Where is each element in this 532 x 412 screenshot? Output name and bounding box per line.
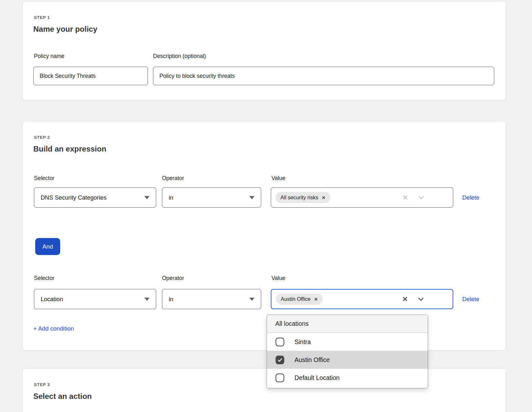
condition2-selector-value: Location <box>41 296 63 303</box>
step1-card: STEP 1 Name your policy Policy name Desc… <box>22 1 506 100</box>
policy-name-label: Policy name <box>34 53 64 60</box>
clear-value-icon[interactable]: ✕ <box>402 194 408 202</box>
option-label: Austin Office <box>294 356 330 364</box>
condition2-selector-dropdown[interactable]: Location <box>34 289 156 309</box>
checkbox-checked-icon[interactable] <box>276 356 284 364</box>
value-tag-label: All security risks <box>280 194 318 201</box>
option-label: Default Location <box>294 374 340 382</box>
option-label: Sintra <box>294 338 311 346</box>
step3-title: Select an action <box>33 392 92 401</box>
chevron-down-icon[interactable] <box>418 194 425 201</box>
step2-label: STEP 2 <box>34 135 50 140</box>
operator-column-label: Operator <box>162 275 261 282</box>
condition1-selector-dropdown[interactable]: DNS Security Categories <box>34 187 156 208</box>
caret-down-icon <box>144 196 149 199</box>
condition1-selector-value: DNS Security Categories <box>41 194 107 201</box>
operator-column-label: Operator <box>162 175 261 182</box>
condition1-value-input[interactable]: All security risks ✕ ✕ <box>271 187 453 208</box>
tag-remove-icon[interactable]: ✕ <box>314 297 318 302</box>
step2-title: Build an expression <box>33 144 106 153</box>
condition1-delete-button[interactable]: Delete <box>462 187 491 208</box>
dropdown-option-austin-office[interactable]: Austin Office <box>267 351 428 369</box>
tag-remove-icon[interactable]: ✕ <box>322 195 326 200</box>
and-button[interactable]: And <box>35 238 60 255</box>
step1-title: Name your policy <box>33 25 97 34</box>
description-label: Description (optional) <box>153 53 206 60</box>
value-column-label: Value <box>271 275 285 282</box>
dropdown-option-all-locations[interactable]: All locations <box>267 315 428 333</box>
selector-column-label: Selector <box>34 275 156 282</box>
step2-card: STEP 2 Build an expression Selector Oper… <box>22 121 506 350</box>
caret-down-icon <box>249 196 254 199</box>
dropdown-option-default-location[interactable]: Default Location <box>267 369 428 387</box>
policy-name-value: Block Security Threats <box>40 73 96 79</box>
value-tag-label: Austin Office <box>281 296 310 302</box>
condition1-operator-value: in <box>169 194 173 201</box>
step3-card: STEP 3 Select an action <box>22 368 506 412</box>
value-column-label: Value <box>271 175 285 182</box>
checkbox-unchecked-icon[interactable] <box>276 338 284 346</box>
condition2-value-input[interactable]: Austin Office ✕ ✕ <box>271 289 453 309</box>
step3-label: STEP 3 <box>34 382 50 387</box>
caret-down-icon <box>144 298 149 301</box>
policy-name-input[interactable]: Block Security Threats <box>33 67 148 85</box>
selector-column-label: Selector <box>34 175 156 182</box>
condition2-operator-dropdown[interactable]: in <box>162 289 261 309</box>
step1-label: STEP 1 <box>34 15 50 20</box>
value-tag: All security risks ✕ <box>276 192 330 203</box>
value-tag: Austin Office ✕ <box>276 293 323 305</box>
checkbox-unchecked-icon[interactable] <box>276 374 284 382</box>
condition2-delete-button[interactable]: Delete <box>462 289 491 309</box>
caret-down-icon <box>249 298 254 301</box>
locations-dropdown-menu: All locations Sintra Austin Office Defau… <box>267 315 428 388</box>
description-input[interactable]: Policy to block security threats <box>153 67 494 85</box>
description-value: Policy to block security threats <box>159 73 235 79</box>
dropdown-option-sintra[interactable]: Sintra <box>267 333 428 351</box>
condition1-operator-dropdown[interactable]: in <box>162 187 261 208</box>
condition2-operator-value: in <box>169 296 173 303</box>
policy-builder-page: STEP 1 Name your policy Policy name Desc… <box>0 0 532 412</box>
add-condition-link[interactable]: + Add condition <box>33 325 74 332</box>
chevron-down-icon[interactable] <box>417 296 424 303</box>
clear-value-icon[interactable]: ✕ <box>402 295 408 303</box>
